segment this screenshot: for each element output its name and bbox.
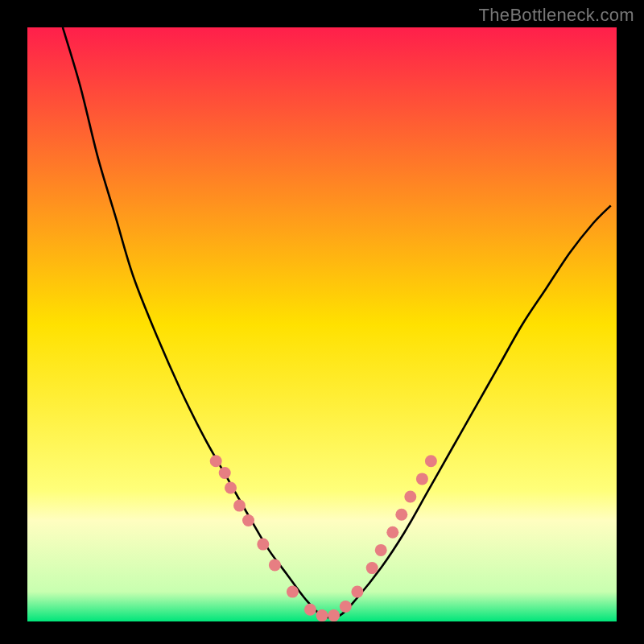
marker-dot bbox=[287, 586, 299, 598]
marker-dot bbox=[340, 601, 352, 613]
chart-root: TheBottleneck.com bbox=[0, 0, 644, 644]
marker-dot bbox=[351, 586, 363, 598]
marker-dot bbox=[416, 473, 428, 485]
marker-dot bbox=[366, 562, 378, 574]
marker-dot bbox=[225, 482, 237, 494]
marker-dot bbox=[304, 604, 316, 616]
marker-dot bbox=[404, 491, 416, 503]
watermark-text: TheBottleneck.com bbox=[479, 5, 634, 26]
marker-dot bbox=[257, 539, 269, 551]
marker-dot bbox=[395, 509, 407, 521]
marker-dot bbox=[425, 455, 437, 467]
marker-dot bbox=[386, 526, 398, 539]
marker-dot bbox=[219, 467, 231, 479]
gradient-bg bbox=[27, 27, 617, 621]
marker-dot bbox=[210, 455, 222, 467]
marker-dot bbox=[316, 609, 328, 621]
chart-svg bbox=[27, 27, 617, 621]
plot-area bbox=[27, 27, 617, 621]
marker-dot bbox=[328, 609, 340, 621]
marker-dot bbox=[375, 544, 387, 556]
marker-dot bbox=[242, 514, 254, 526]
marker-dot bbox=[233, 500, 246, 512]
marker-dot bbox=[269, 559, 281, 571]
